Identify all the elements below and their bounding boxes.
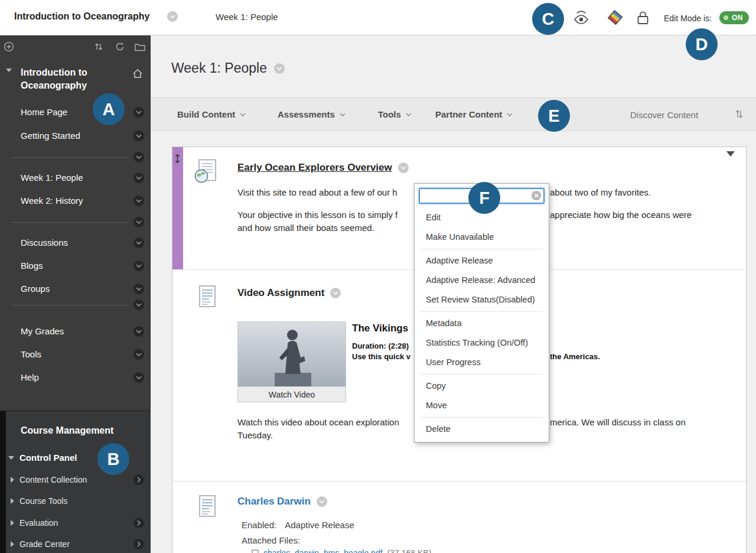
cp-item-evaluation[interactable]: Evaluation: [11, 517, 146, 529]
edit-mode-value: ON: [732, 14, 743, 22]
item-menu-chevron-icon[interactable]: [133, 131, 144, 141]
divider-menu-chevron-icon[interactable]: [133, 300, 144, 310]
menu-item-move[interactable]: Move: [415, 396, 549, 415]
page-title-menu-chevron-icon[interactable]: [274, 63, 285, 74]
student-preview-icon[interactable]: [572, 11, 590, 28]
reorder-menu-icon[interactable]: [93, 41, 104, 54]
expand-chevron-icon[interactable]: [133, 518, 144, 528]
page-title-row: Week 1: People: [171, 60, 285, 76]
enabled-status-line: Enabled:Adaptive Release: [242, 520, 354, 530]
item-separator: [172, 481, 746, 482]
course-title-menu-chevron-icon[interactable]: [167, 11, 178, 22]
sidebar-item-week2[interactable]: Week 2: History: [0, 194, 151, 207]
add-menu-item-icon[interactable]: [4, 41, 14, 54]
tools-button[interactable]: Tools: [378, 109, 412, 119]
attached-file-row: charles_darwin_hms_beagle.pdf (37.168 KB…: [252, 548, 431, 553]
item3-title-link[interactable]: Charles Darwin: [237, 496, 311, 508]
expand-caret-icon: [11, 498, 14, 504]
item-menu-chevron-icon[interactable]: [133, 261, 144, 271]
item3-menu-chevron-icon[interactable]: [317, 496, 327, 507]
item2-title[interactable]: Video Assignment: [237, 287, 324, 299]
sidebar-item-discussions[interactable]: Discussions: [0, 236, 151, 249]
menu-item-adaptive-release-advanced[interactable]: Adaptive Release: Advanced: [415, 271, 549, 290]
sidebar-item-getting-started[interactable]: Getting Started: [0, 129, 151, 142]
menu-divider: [421, 249, 543, 249]
lock-open-icon[interactable]: [636, 10, 650, 28]
sidebar-item-week1[interactable]: Week 1: People: [0, 171, 151, 184]
course-menu-collapse-caret-icon[interactable]: [6, 72, 12, 83]
menu-item-delete[interactable]: Delete: [415, 419, 549, 439]
expand-chevron-icon[interactable]: [133, 539, 144, 549]
item1-menu-chevron-icon[interactable]: [398, 162, 409, 173]
item-menu-chevron-icon[interactable]: [133, 173, 144, 183]
menu-divider: [421, 374, 543, 375]
home-icon[interactable]: [132, 69, 143, 81]
expand-chevron-icon[interactable]: [133, 474, 144, 485]
sort-order-icon[interactable]: [735, 109, 743, 122]
item1-title-row: Early Ocean Explorers Overview: [237, 162, 409, 174]
video-thumbnail[interactable]: Watch Video: [237, 321, 346, 402]
menu-view-folder-icon[interactable]: [135, 43, 145, 54]
sidebar-item-home-page[interactable]: Home Page: [0, 106, 151, 119]
content-item-document-icon: [196, 285, 219, 311]
menu-item-set-review-status[interactable]: Set Review Status(Disabled): [415, 290, 549, 310]
partner-content-button[interactable]: Partner Content: [435, 109, 513, 119]
divider-menu-chevron-icon[interactable]: [133, 217, 144, 227]
content-action-bar: Build Content Assessments Tools Partner …: [151, 97, 756, 131]
item-menu-chevron-icon[interactable]: [133, 284, 144, 294]
discover-content-link[interactable]: Discover Content: [630, 110, 698, 120]
build-content-button[interactable]: Build Content: [177, 109, 246, 119]
menu-item-user-progress[interactable]: User Progress: [415, 353, 549, 372]
sidebar-item-help[interactable]: Help: [0, 371, 151, 384]
expand-caret-icon: [11, 541, 14, 547]
item1-title-link[interactable]: Early Ocean Explorers Overview: [237, 162, 392, 174]
item-menu-chevron-icon[interactable]: [133, 349, 144, 360]
sidebar-item-blogs[interactable]: Blogs: [0, 259, 151, 272]
chevron-down-icon: [406, 113, 412, 116]
clear-search-icon[interactable]: ✕: [532, 191, 541, 200]
item2-menu-chevron-icon[interactable]: [330, 288, 341, 298]
item-menu-chevron-icon[interactable]: [133, 372, 144, 383]
cp-item-grade-center[interactable]: Grade Center: [11, 538, 146, 550]
item3-title-row: Charles Darwin: [237, 496, 327, 508]
chevron-down-icon: [340, 113, 346, 116]
drag-handle-icon[interactable]: [174, 154, 181, 166]
item-context-menu: ✕ Edit Make Unavailable Adaptive Release…: [414, 183, 549, 443]
item-menu-chevron-icon[interactable]: [133, 107, 144, 118]
blackboard-course-page: Introduction to Oceanography Week 1: Peo…: [0, 0, 756, 553]
assessments-button[interactable]: Assessments: [278, 109, 346, 119]
course-theme-palette-icon[interactable]: [607, 9, 623, 28]
menu-item-metadata[interactable]: Metadata: [415, 314, 549, 333]
menu-divider: [421, 417, 543, 418]
collapse-item-caret-icon[interactable]: [726, 157, 735, 167]
item-menu-chevron-icon[interactable]: [133, 238, 144, 248]
item-menu-chevron-icon[interactable]: [133, 196, 144, 206]
menu-item-adaptive-release[interactable]: Adaptive Release: [415, 251, 549, 271]
item-menu-chevron-icon[interactable]: [133, 326, 144, 337]
menu-item-make-unavailable[interactable]: Make Unavailable: [415, 227, 549, 247]
top-header: Introduction to Oceanography Week 1: Peo…: [0, 0, 756, 35]
file-checkbox-icon[interactable]: [252, 549, 259, 553]
content-item-document-icon: [196, 495, 219, 521]
header-course-title: Introduction to Oceanography: [14, 11, 149, 22]
callout-e: E: [538, 100, 570, 132]
sidebar-item-my-grades[interactable]: My Grades: [0, 325, 151, 338]
menu-item-copy[interactable]: Copy: [415, 376, 549, 396]
control-panel-toggle[interactable]: Control Panel: [8, 453, 77, 463]
edit-mode-label: Edit Mode is:: [664, 14, 712, 23]
chevron-down-icon: [507, 113, 513, 116]
chevron-down-icon: [240, 113, 246, 116]
cp-item-course-tools[interactable]: Course Tools: [11, 495, 146, 507]
watch-video-button[interactable]: Watch Video: [238, 386, 346, 402]
sidebar-course-title[interactable]: Introduction to Oceanography: [21, 66, 130, 92]
refresh-menu-icon[interactable]: [115, 41, 125, 54]
expand-caret-icon: [11, 477, 14, 483]
control-panel-caret-icon: [8, 456, 14, 460]
menu-item-statistics-tracking[interactable]: Statistics Tracking (On/Off): [415, 333, 549, 353]
cp-item-content-collection[interactable]: Content Collection: [11, 474, 146, 486]
divider-menu-chevron-icon[interactable]: [133, 152, 144, 162]
sidebar-item-tools[interactable]: Tools: [0, 348, 151, 361]
edit-mode-toggle[interactable]: ON: [719, 11, 749, 24]
attached-file-link[interactable]: charles_darwin_hms_beagle.pdf: [263, 548, 383, 553]
sidebar-item-groups[interactable]: Groups: [0, 282, 151, 295]
